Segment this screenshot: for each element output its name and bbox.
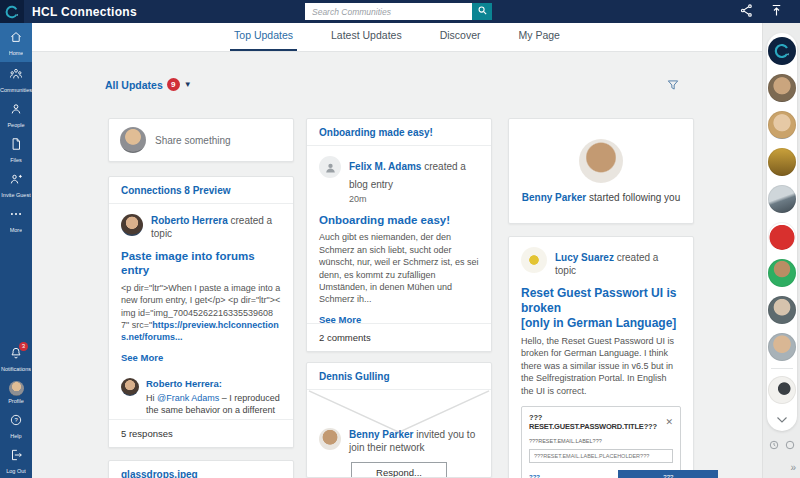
avatar[interactable] xyxy=(768,222,796,250)
topic-card-forums: Connections 8 Preview Roberto Herrera cr… xyxy=(108,176,294,448)
rail-footer: » xyxy=(763,436,800,478)
avatar[interactable] xyxy=(768,148,796,176)
mention-link[interactable]: @Frank Adams xyxy=(157,393,219,403)
sidebar-item-logout[interactable]: Log Out xyxy=(0,443,32,478)
sidebar-item-more[interactable]: More xyxy=(0,202,32,237)
sidebar-item-communities[interactable]: Communities xyxy=(0,62,32,97)
tabs-bar: Top Updates Latest Updates Discover My P… xyxy=(32,23,762,52)
notification-badge: 3 xyxy=(19,342,28,351)
filter-icon[interactable] xyxy=(666,78,680,96)
embed-cancel-link: ???RESET.REGISTER.CANCEL??? xyxy=(529,474,618,478)
home-icon xyxy=(9,30,23,48)
follow-card: Benny Parker started following you xyxy=(508,118,694,224)
sidebar-item-help[interactable]: ? Help xyxy=(0,408,32,443)
tab-top-updates[interactable]: Top Updates xyxy=(230,29,297,51)
sidebar-item-notifications[interactable]: 3 Notifications xyxy=(0,341,32,376)
avatar[interactable] xyxy=(521,247,547,273)
actor-row: Felix M. Adams created a blog entry 20m xyxy=(319,156,479,204)
post-title[interactable]: Paste image into forums entry xyxy=(121,249,281,278)
tab-latest-updates[interactable]: Latest Updates xyxy=(327,29,406,51)
feed-filter-dropdown[interactable]: All Updates 9 ▼ xyxy=(105,78,192,91)
clock-icon[interactable] xyxy=(769,436,779,454)
feed-content: All Updates 9 ▼ Share something Connecti… xyxy=(32,52,762,478)
embed-title: ???RESET.GUEST.PASSWORD.TITLE??? xyxy=(529,413,665,431)
community-link[interactable]: Onboarding made easy! xyxy=(307,119,491,146)
file-card: glassdrops.jpeg xyxy=(108,460,294,478)
close-icon: ✕ xyxy=(665,417,673,427)
embedded-screenshot: ???RESET.GUEST.PASSWORD.TITLE??? ✕ ???RE… xyxy=(521,406,681,478)
connections-logo-icon[interactable] xyxy=(768,37,796,65)
feed-filter-label: All Updates xyxy=(105,79,163,91)
app-title: HCL Connections xyxy=(32,5,137,19)
left-sidebar: Home Communities People Files Invite Gue… xyxy=(0,23,32,478)
avatar[interactable] xyxy=(768,376,796,404)
file-title-link[interactable]: glassdrops.jpeg xyxy=(109,461,293,478)
invite-card: Dennis Gulling Benny Parker invited you … xyxy=(306,362,492,478)
search-bar xyxy=(305,3,492,20)
post-body: Hello, the Reset Guest Password UI is br… xyxy=(521,335,681,397)
communities-icon xyxy=(9,67,23,85)
search-button[interactable] xyxy=(472,3,492,20)
avatar[interactable] xyxy=(121,214,143,236)
sidebar-item-people[interactable]: People xyxy=(0,97,32,132)
post-title[interactable]: Reset Guest Passwort UI is broken[only i… xyxy=(521,286,681,331)
more-icon xyxy=(9,207,23,225)
share-something-box[interactable]: Share something xyxy=(108,118,294,162)
sidebar-item-profile[interactable]: Profile xyxy=(0,376,32,408)
inviter-link[interactable]: Dennis Gulling xyxy=(307,363,491,390)
tab-my-page[interactable]: My Page xyxy=(515,29,564,51)
expand-panel-icon[interactable]: » xyxy=(790,462,800,473)
divider xyxy=(771,368,793,369)
avatar[interactable] xyxy=(768,259,796,287)
respond-button[interactable]: Respond... xyxy=(351,462,447,478)
avatar[interactable] xyxy=(768,111,796,139)
feed-column-2: Onboarding made easy! Felix M. Adams cre… xyxy=(306,118,492,478)
post-time: 20m xyxy=(349,194,479,204)
sidebar-item-invite-guest[interactable]: Invite Guest xyxy=(0,167,32,202)
actor-name[interactable]: Roberto Herrera xyxy=(151,215,228,226)
tab-discover[interactable]: Discover xyxy=(436,29,485,51)
actor-row: Lucy Suarez created a topic xyxy=(521,247,681,277)
actor-action: started following you xyxy=(589,192,680,203)
comment-author[interactable]: Roberto Herrera: xyxy=(146,378,281,389)
chevron-down-icon: ▼ xyxy=(184,80,192,89)
avatar[interactable] xyxy=(319,428,341,450)
post-title[interactable]: Onboarding made easy! xyxy=(319,213,479,227)
feed-column-3: Benny Parker started following you Lucy … xyxy=(508,118,694,478)
sidebar-item-home[interactable]: Home xyxy=(0,23,32,62)
back-to-top-icon[interactable] xyxy=(769,3,784,22)
person-icon xyxy=(9,102,23,120)
invite-guest-icon xyxy=(9,172,23,190)
actor-name[interactable]: Felix M. Adams xyxy=(349,161,421,172)
file-icon xyxy=(9,137,23,155)
actor-name[interactable]: Lucy Suarez xyxy=(555,252,614,263)
avatar[interactable] xyxy=(768,185,796,213)
comments-link[interactable]: 2 comments xyxy=(307,323,491,351)
sidebar-item-files[interactable]: Files xyxy=(0,132,32,167)
avatar[interactable] xyxy=(121,378,139,396)
svg-text:?: ? xyxy=(14,417,18,423)
avatar[interactable] xyxy=(768,74,796,102)
avatar[interactable] xyxy=(579,139,623,183)
invite-row: Benny Parker invited you to join their n… xyxy=(307,428,491,454)
app-window: HCL Connections Home Communities People … xyxy=(0,0,800,478)
embed-field-label: ???RESET.EMAIL.LABEL??? xyxy=(529,438,673,444)
app-logo-icon[interactable] xyxy=(0,0,24,23)
avatar-placeholder[interactable] xyxy=(319,156,341,178)
share-icon[interactable] xyxy=(739,3,754,22)
avatar[interactable] xyxy=(768,296,796,324)
search-input[interactable] xyxy=(305,3,472,20)
community-link[interactable]: Connections 8 Preview xyxy=(109,177,293,204)
top-bar: HCL Connections xyxy=(0,0,800,23)
post-body: Auch gibt es niemanden, der den Schmerz … xyxy=(319,231,479,305)
status-circle-icon[interactable] xyxy=(785,436,795,454)
chevron-down-icon[interactable] xyxy=(776,410,788,428)
actor-name[interactable]: Benny Parker xyxy=(349,429,413,440)
actor-name[interactable]: Benny Parker xyxy=(522,192,586,203)
avatar[interactable] xyxy=(768,333,796,361)
responses-link[interactable]: 5 responses xyxy=(109,419,293,447)
profile-avatar xyxy=(9,381,24,396)
right-rail: » xyxy=(762,23,800,478)
logout-icon xyxy=(9,448,23,466)
see-more-link[interactable]: See More xyxy=(121,352,163,363)
